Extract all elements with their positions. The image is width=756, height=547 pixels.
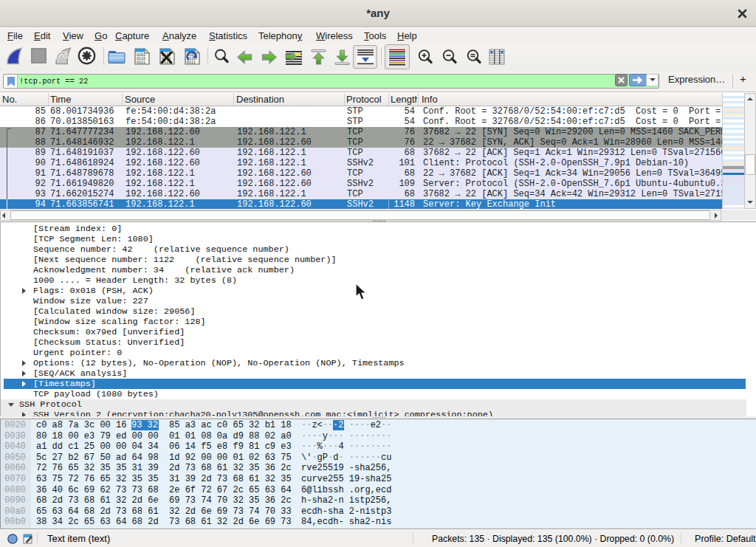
- svg-text:0111: 0111: [137, 61, 145, 65]
- svg-text:0111: 0111: [187, 61, 196, 65]
